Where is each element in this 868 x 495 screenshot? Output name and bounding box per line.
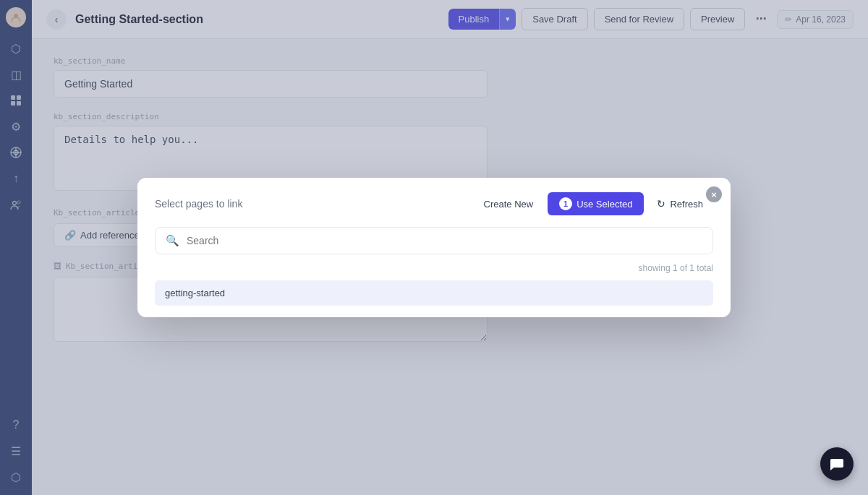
chat-bubble-button[interactable] (820, 447, 854, 481)
search-input[interactable] (187, 235, 702, 246)
refresh-tab[interactable]: ↻ Refresh (647, 193, 713, 215)
results-info: showing 1 of 1 total (155, 263, 713, 273)
modal-header: Select pages to link Create New 1 Use Se… (137, 178, 731, 215)
refresh-icon: ↻ (657, 198, 665, 210)
search-box: 🔍 (155, 227, 713, 254)
modal: Select pages to link Create New 1 Use Se… (137, 178, 731, 317)
use-selected-tab[interactable]: 1 Use Selected (548, 192, 644, 215)
modal-tabs: Create New 1 Use Selected ↻ Refresh (472, 192, 714, 215)
modal-overlay: Select pages to link Create New 1 Use Se… (0, 0, 868, 495)
use-selected-badge: 1 (559, 197, 572, 210)
modal-close-button[interactable]: × (706, 186, 722, 202)
search-icon: 🔍 (166, 234, 179, 247)
page-item[interactable]: getting-started (155, 280, 713, 306)
modal-body: 🔍 showing 1 of 1 total getting-started (137, 215, 731, 317)
create-new-tab[interactable]: Create New (472, 194, 545, 215)
modal-title: Select pages to link (155, 198, 461, 210)
